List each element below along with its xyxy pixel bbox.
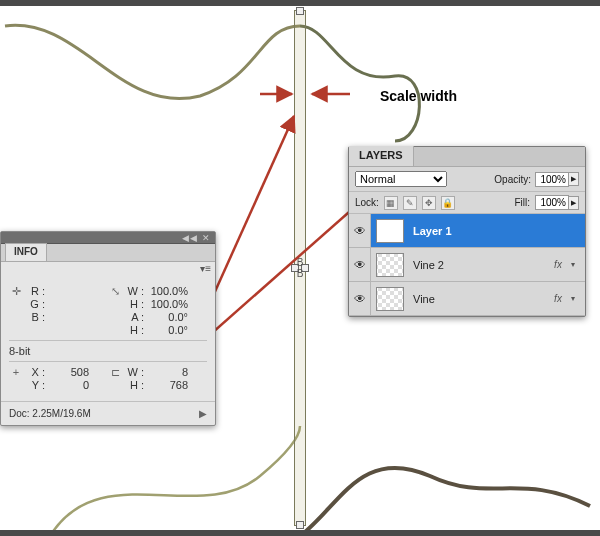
layer-thumbnail[interactable]: [376, 253, 404, 277]
layer-row[interactable]: 👁 Vine 2 fx ▾: [349, 248, 585, 282]
doc-size-readout: Doc: 2.25M/19.6M ▶: [1, 401, 215, 425]
bit-depth-readout: 8-bit: [9, 345, 108, 357]
panel-menu-icon[interactable]: ▾≡: [200, 263, 211, 274]
info-tab[interactable]: INFO: [5, 243, 47, 261]
lock-label: Lock:: [355, 197, 379, 208]
annotation-label: Scale width: [380, 88, 457, 104]
layers-tab[interactable]: LAYERS: [349, 146, 414, 166]
panel-collapse-icon[interactable]: ◀◀: [182, 233, 198, 243]
layers-panel[interactable]: LAYERS Normal Opacity: ▶ Lock: ▦ ✎ ✥ 🔒 F…: [348, 146, 586, 317]
blend-mode-select[interactable]: Normal: [355, 171, 447, 187]
opacity-label: Opacity:: [494, 174, 531, 185]
position-readout: X :508 Y :0: [27, 366, 89, 391]
eyedropper-icon: ✛: [9, 285, 23, 298]
chevron-down-icon[interactable]: ▾: [571, 260, 585, 269]
lock-pixels-icon[interactable]: ✎: [403, 196, 417, 210]
transform-handle-bottom[interactable]: [296, 521, 304, 529]
layer-name[interactable]: Layer 1: [409, 225, 545, 237]
fill-input[interactable]: [535, 195, 569, 210]
layer-list: 👁 Layer 1 👁 Vine 2 fx ▾ 👁 Vine fx ▾: [349, 214, 585, 316]
visibility-toggle-icon[interactable]: 👁: [354, 292, 366, 306]
opacity-flyout-icon[interactable]: ▶: [569, 172, 579, 186]
transform-percent-icon: ⤡: [108, 285, 122, 298]
chevron-down-icon[interactable]: ▾: [571, 294, 585, 303]
chevron-right-icon[interactable]: ▶: [199, 408, 207, 419]
transform-percent-readout: W :100.0% H :100.0% A :0.0° H :0.0°: [126, 285, 188, 336]
transform-handle-top[interactable]: [296, 7, 304, 15]
visibility-toggle-icon[interactable]: 👁: [354, 258, 366, 272]
transform-bounding-box[interactable]: B B: [294, 10, 306, 526]
opacity-input[interactable]: [535, 172, 569, 187]
lock-transparent-icon[interactable]: ▦: [384, 196, 398, 210]
dimensions-icon: ⊏: [108, 366, 122, 379]
visibility-toggle-icon[interactable]: 👁: [354, 224, 366, 238]
layer-thumbnail[interactable]: [376, 287, 404, 311]
info-panel[interactable]: ◀◀ ✕ INFO ▾≡ ✛ R : G : B : ⤡: [0, 231, 216, 426]
fx-badge[interactable]: fx: [545, 259, 571, 270]
fx-badge[interactable]: fx: [545, 293, 571, 304]
layer-row[interactable]: 👁 Layer 1: [349, 214, 585, 248]
layer-name[interactable]: Vine: [409, 293, 545, 305]
canvas[interactable]: B B Scale width ◀◀ ✕ INFO ▾≡ ✛: [0, 6, 600, 530]
layer-row[interactable]: 👁 Vine fx ▾: [349, 282, 585, 316]
position-icon: +: [9, 366, 23, 378]
layer-name[interactable]: Vine 2: [409, 259, 545, 271]
dimensions-readout: W :8 H :768: [126, 366, 188, 391]
transform-center-mark: B B: [297, 257, 304, 279]
rgb-readout: R : G : B :: [27, 285, 89, 323]
lock-all-icon[interactable]: 🔒: [441, 196, 455, 210]
fill-label: Fill:: [514, 197, 530, 208]
fill-flyout-icon[interactable]: ▶: [569, 196, 579, 210]
panel-close-icon[interactable]: ✕: [202, 233, 211, 243]
lock-position-icon[interactable]: ✥: [422, 196, 436, 210]
layer-thumbnail[interactable]: [376, 219, 404, 243]
